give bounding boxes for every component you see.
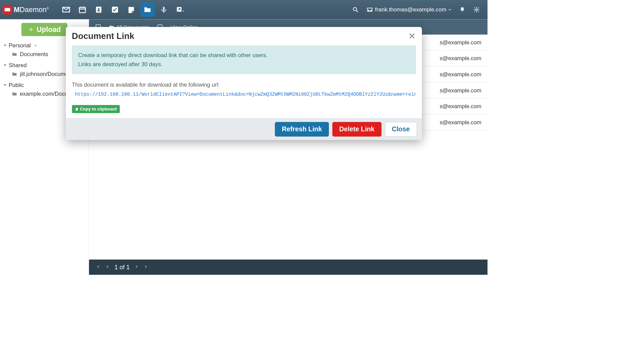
nav-icon-group (59, 3, 187, 17)
modal-title: Document Link (72, 31, 134, 41)
copy-to-clipboard-button[interactable]: Copy to clipboard (72, 105, 120, 113)
brand-name: MDaemon® (14, 6, 49, 14)
voice-icon[interactable] (157, 3, 171, 17)
modal-header: Document Link ✕ (66, 27, 422, 43)
modal-footer: Refresh Link Delete Link Close (66, 118, 422, 140)
document-link-modal: Document Link ✕ Create a temporary direc… (66, 27, 422, 140)
user-menu[interactable]: frank.thomas@example.com (367, 6, 452, 13)
topbar-right: frank.thomas@example.com (352, 6, 485, 13)
svg-line-11 (356, 10, 358, 12)
notes-icon[interactable] (124, 3, 138, 17)
refresh-link-button[interactable]: Refresh Link (275, 122, 329, 137)
inbox-icon (367, 6, 373, 13)
gear-icon[interactable] (473, 6, 480, 13)
close-icon[interactable]: ✕ (408, 31, 416, 40)
svg-point-10 (353, 7, 356, 11)
info-line: Create a temporary direct download link … (78, 51, 410, 60)
info-line: Links are destroyed after 30 days. (78, 60, 410, 69)
calendar-icon[interactable] (75, 3, 89, 17)
contacts-icon[interactable] (92, 3, 106, 17)
svg-rect-0 (79, 7, 85, 13)
brand-logo[interactable]: MDaemon® (3, 5, 49, 14)
modal-body: Create a temporary direct download link … (66, 43, 422, 118)
user-email: frank.thomas@example.com (375, 6, 446, 13)
info-message: Create a temporary direct download link … (72, 46, 416, 74)
availability-text: This document is available for download … (72, 82, 416, 88)
bell-icon[interactable] (459, 6, 466, 13)
mail-icon[interactable] (59, 3, 73, 17)
svg-rect-8 (163, 7, 165, 10)
modal-backdrop: Document Link ✕ Create a temporary direc… (0, 19, 487, 275)
documents-icon[interactable] (140, 3, 155, 17)
brand-logo-icon (3, 5, 12, 14)
top-navbar: MDaemon® (0, 0, 487, 19)
clipboard-icon (75, 107, 79, 111)
svg-point-5 (98, 8, 99, 10)
close-button[interactable]: Close (385, 122, 417, 137)
delete-link-button[interactable]: Delete Link (332, 122, 381, 137)
chevron-down-icon (448, 8, 452, 11)
external-link-icon[interactable] (173, 3, 187, 17)
svg-point-12 (476, 9, 477, 10)
tasks-icon[interactable] (108, 3, 122, 17)
document-link-url[interactable]: https://192.168.100.11/WorldClientAPI?Vi… (72, 92, 416, 98)
search-icon[interactable] (352, 6, 359, 13)
svg-rect-7 (144, 7, 147, 8)
copy-label: Copy to clipboard (80, 106, 117, 111)
